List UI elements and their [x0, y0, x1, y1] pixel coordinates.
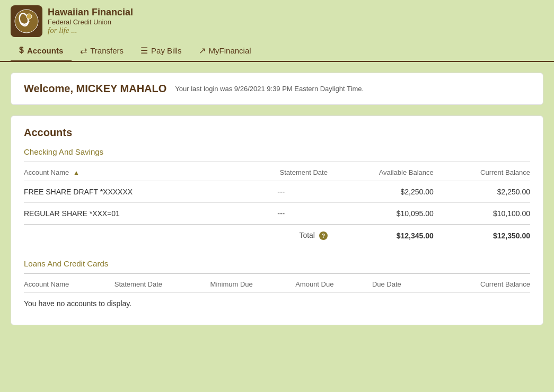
no-accounts-row: You have no accounts to display.	[24, 293, 530, 315]
total-row: Total ? $12,345.00 $12,350.00	[24, 225, 530, 247]
total-label: Total ?	[235, 225, 328, 247]
statement-date-regular-share: ---	[235, 203, 328, 225]
divider-loans	[24, 273, 530, 274]
brand-name-line1: Hawaiian Financial	[48, 7, 133, 18]
loans-col-due-date: Due Date	[372, 276, 430, 293]
welcome-last-login: Your last login was 9/26/2021 9:39 PM Ea…	[175, 85, 364, 93]
logo-icon	[11, 5, 42, 37]
myfinancial-icon: ↗	[199, 46, 206, 56]
total-available-balance: $12,345.00	[328, 225, 434, 247]
total-current-balance: $12,350.00	[434, 225, 530, 247]
welcome-prefix: Welcome,	[24, 83, 76, 94]
nav-label-accounts: Accounts	[27, 46, 63, 55]
accounts-title: Accounts	[24, 127, 530, 139]
bills-icon: ☰	[140, 46, 148, 56]
checking-savings-title: Checking And Savings	[24, 147, 530, 156]
statement-date-free-share: ---	[235, 181, 328, 203]
no-accounts-message: You have no accounts to display.	[24, 293, 530, 315]
checking-savings-section: Checking And Savings Account Name ▲ Stat…	[24, 147, 530, 246]
account-link-regular-share[interactable]: REGULAR SHARE *XXX=01	[24, 209, 120, 218]
loans-table: Account Name Statement Date Minimum Due …	[24, 276, 530, 314]
checking-savings-table: Account Name ▲ Statement Date Available …	[24, 164, 530, 246]
table-row: REGULAR SHARE *XXX=01 --- $10,095.00 $10…	[24, 203, 530, 225]
svg-point-2	[27, 14, 32, 19]
current-balance-regular-share: $10,100.00	[434, 203, 530, 225]
account-link-free-share[interactable]: FREE SHARE DRAFT *XXXXXX	[24, 188, 133, 196]
loans-header-row: Account Name Statement Date Minimum Due …	[24, 276, 530, 293]
sort-arrow-icon: ▲	[73, 169, 80, 176]
loans-col-current-balance: Current Balance	[430, 276, 530, 293]
brand-tagline: for life ...	[48, 26, 133, 35]
current-balance-free-share: $2,250.00	[434, 181, 530, 203]
nav-label-myfinancial: MyFinancial	[209, 46, 251, 55]
nav-bar: $ Accounts ⇄ Transfers ☰ Pay Bills ↗ MyF…	[0, 40, 554, 62]
loans-col-statement-date: Statement Date	[115, 276, 210, 293]
account-name-regular-share: REGULAR SHARE *XXX=01	[24, 203, 235, 225]
nav-item-accounts[interactable]: $ Accounts	[11, 40, 72, 62]
loans-section: Loans And Credit Cards Account Name Stat…	[24, 259, 530, 314]
logo-area: Hawaiian Financial Federal Credit Union …	[11, 5, 133, 37]
transfer-icon: ⇄	[80, 46, 87, 56]
welcome-box: Welcome, MICKEY MAHALO Your last login w…	[11, 73, 543, 105]
logo-text: Hawaiian Financial Federal Credit Union …	[48, 7, 133, 35]
welcome-name: MICKEY MAHALO	[76, 83, 167, 94]
header: Hawaiian Financial Federal Credit Union …	[0, 0, 554, 37]
loans-col-minimum-due: Minimum Due	[210, 276, 296, 293]
table-row: FREE SHARE DRAFT *XXXXXX --- $2,250.00 $…	[24, 181, 530, 203]
loans-col-account-name: Account Name	[24, 276, 115, 293]
table-header-row: Account Name ▲ Statement Date Available …	[24, 164, 530, 181]
col-current-balance: Current Balance	[434, 164, 530, 181]
dollar-icon: $	[19, 46, 24, 55]
accounts-box: Accounts Checking And Savings Account Na…	[11, 115, 543, 325]
col-account-name: Account Name ▲	[24, 164, 235, 181]
nav-label-pay-bills: Pay Bills	[151, 46, 182, 55]
nav-label-transfers: Transfers	[90, 46, 124, 55]
available-balance-regular-share: $10,095.00	[328, 203, 434, 225]
total-help-icon[interactable]: ?	[319, 231, 328, 240]
nav-item-myfinancial[interactable]: ↗ MyFinancial	[190, 40, 260, 61]
loans-col-amount-due: Amount Due	[295, 276, 372, 293]
nav-item-pay-bills[interactable]: ☰ Pay Bills	[132, 40, 190, 61]
loans-title: Loans And Credit Cards	[24, 259, 530, 268]
brand-name-line2: Federal Credit Union	[48, 18, 133, 26]
col-statement-date: Statement Date	[235, 164, 328, 181]
col-available-balance: Available Balance	[328, 164, 434, 181]
main-content: Welcome, MICKEY MAHALO Your last login w…	[0, 62, 554, 336]
available-balance-free-share: $2,250.00	[328, 181, 434, 203]
account-name-free-share: FREE SHARE DRAFT *XXXXXX	[24, 181, 235, 203]
divider-checking	[24, 162, 530, 162]
nav-item-transfers[interactable]: ⇄ Transfers	[72, 40, 132, 61]
welcome-greeting: Welcome, MICKEY MAHALO	[24, 83, 166, 95]
svg-point-0	[15, 10, 38, 33]
